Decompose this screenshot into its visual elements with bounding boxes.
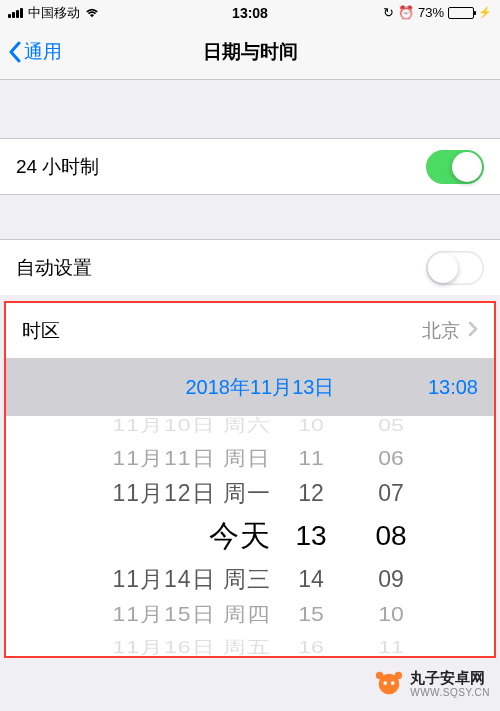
twenty-four-hour-row: 24 小时制: [0, 139, 500, 194]
loop-icon: ↻: [383, 5, 394, 20]
picker-hour-item[interactable]: 10: [286, 416, 346, 440]
picker-date-selected[interactable]: 今天: [6, 513, 281, 559]
picker-min-item[interactable]: 09: [356, 559, 436, 599]
picker-min-selected[interactable]: 08: [356, 513, 436, 559]
picker-min-item[interactable]: 07: [356, 473, 436, 513]
page-title: 日期与时间: [203, 39, 298, 65]
status-time: 13:08: [232, 5, 268, 21]
picker-date-item[interactable]: 11月16日 周五: [6, 632, 281, 656]
picker-min-item[interactable]: 10: [356, 596, 436, 631]
svg-point-2: [395, 672, 403, 680]
picker-date-item[interactable]: 11月14日 周三: [6, 559, 281, 599]
twenty-four-hour-label: 24 小时制: [16, 154, 426, 180]
picker-hour-column[interactable]: 10 11 12 13 14 15 16: [286, 416, 346, 656]
picker-hour-item[interactable]: 15: [286, 596, 346, 631]
picker-hour-selected[interactable]: 13: [286, 513, 346, 559]
svg-point-4: [391, 681, 395, 685]
watermark-logo-icon: [374, 669, 404, 699]
picker-minute-column[interactable]: 05 06 07 08 09 10 11: [356, 416, 436, 656]
picker-date-item[interactable]: 11月10日 周六: [6, 416, 281, 440]
picker-date-column[interactable]: 11月10日 周六 11月11日 周日 11月12日 周一 今天 11月14日 …: [6, 416, 281, 656]
wifi-icon: [85, 8, 99, 18]
watermark: 丸子安卓网 WWW.SQSY.CN: [374, 669, 490, 699]
auto-set-toggle[interactable]: [426, 251, 484, 285]
status-bar: 中国移动 13:08 ↻ ⏰ 73% ⚡: [0, 0, 500, 25]
picker-min-item[interactable]: 05: [356, 416, 436, 440]
picker-hour-item[interactable]: 11: [286, 441, 346, 476]
datetime-display-row[interactable]: 2018年11月13日 13:08: [6, 358, 494, 416]
timezone-label: 时区: [22, 318, 422, 344]
svg-point-1: [376, 672, 384, 680]
svg-point-3: [384, 681, 388, 685]
current-date: 2018年11月13日: [22, 374, 428, 401]
watermark-url: WWW.SQSY.CN: [410, 687, 490, 698]
back-button[interactable]: 通用: [8, 39, 62, 65]
back-label: 通用: [24, 39, 62, 65]
auto-set-label: 自动设置: [16, 255, 426, 281]
twenty-four-hour-toggle[interactable]: [426, 150, 484, 184]
watermark-name: 丸子安卓网: [410, 670, 490, 687]
picker-hour-item[interactable]: 16: [286, 632, 346, 656]
chevron-left-icon: [8, 41, 22, 63]
picker-date-item[interactable]: 11月11日 周日: [6, 441, 281, 476]
picker-min-item[interactable]: 06: [356, 441, 436, 476]
datetime-picker[interactable]: 11月10日 周六 11月11日 周日 11月12日 周一 今天 11月14日 …: [6, 416, 494, 656]
charging-icon: ⚡: [478, 6, 492, 19]
picker-date-item[interactable]: 11月15日 周四: [6, 596, 281, 631]
picker-date-item[interactable]: 11月12日 周一: [6, 473, 281, 513]
datetime-highlight: 时区 北京 2018年11月13日 13:08 11月10日 周六 11月11日…: [4, 301, 496, 658]
battery-pct: 73%: [418, 5, 444, 20]
alarm-icon: ⏰: [398, 5, 414, 20]
signal-icon: [8, 8, 23, 18]
battery-icon: [448, 7, 474, 19]
nav-bar: 通用 日期与时间: [0, 25, 500, 80]
picker-hour-item[interactable]: 12: [286, 473, 346, 513]
timezone-row[interactable]: 时区 北京: [6, 303, 494, 358]
current-time: 13:08: [428, 376, 478, 399]
timezone-value: 北京: [422, 318, 460, 344]
carrier-label: 中国移动: [28, 4, 80, 22]
picker-min-item[interactable]: 11: [356, 632, 436, 656]
auto-set-row: 自动设置: [0, 240, 500, 295]
picker-hour-item[interactable]: 14: [286, 559, 346, 599]
chevron-right-icon: [468, 320, 478, 342]
